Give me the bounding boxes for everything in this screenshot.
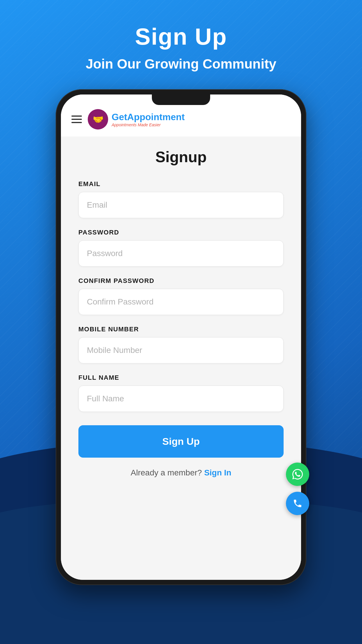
logo-icon: 🤝 (88, 109, 108, 130)
fab-whatsapp-button[interactable] (286, 463, 309, 486)
brand-tagline: Appointments Made Easier (112, 123, 185, 127)
confirm-password-group: CONFIRM PASSWORD (78, 277, 284, 315)
logo-area: 🤝 GetAppointment Appointments Made Easie… (88, 109, 185, 130)
password-input[interactable] (78, 240, 284, 267)
hamburger-menu-icon[interactable] (71, 116, 82, 123)
brand-appointment: Appointment (127, 112, 184, 122)
content-area: Signup EMAIL PASSWORD CONFIRM PASSWORD (61, 136, 301, 580)
form-title: Signup (78, 148, 284, 166)
confirm-password-input[interactable] (78, 289, 284, 315)
phone-frame: 🤝 GetAppointment Appointments Made Easie… (56, 89, 306, 585)
page-title: Sign Up (135, 23, 227, 50)
brand-get: Get (112, 112, 127, 122)
fab-phone-button[interactable] (286, 492, 309, 515)
fullname-group: FULL NAME (78, 374, 284, 412)
password-label: PASSWORD (78, 229, 284, 236)
mobile-label: MOBILE NUMBER (78, 326, 284, 333)
email-label: EMAIL (78, 180, 284, 188)
email-input[interactable] (78, 192, 284, 218)
signin-prompt-text: Already a member? (131, 468, 202, 477)
mobile-group: MOBILE NUMBER (78, 326, 284, 363)
phone-mockup: 🤝 GetAppointment Appointments Made Easie… (56, 89, 306, 585)
signin-link[interactable]: Sign In (204, 468, 231, 477)
mobile-input[interactable] (78, 337, 284, 363)
logo-text: GetAppointment Appointments Made Easier (112, 112, 185, 127)
fullname-label: FULL NAME (78, 374, 284, 382)
brand-name: GetAppointment (112, 112, 185, 123)
phone-notch (152, 94, 210, 105)
password-group: PASSWORD (78, 229, 284, 267)
signup-button[interactable]: Sign Up (78, 425, 284, 458)
confirm-password-label: CONFIRM PASSWORD (78, 277, 284, 285)
fullname-input[interactable] (78, 386, 284, 412)
phone-screen: 🤝 GetAppointment Appointments Made Easie… (61, 94, 301, 580)
page-subtitle: Join Our Growing Community (86, 56, 276, 72)
signin-row: Already a member? Sign In (78, 468, 284, 477)
email-group: EMAIL (78, 180, 284, 218)
